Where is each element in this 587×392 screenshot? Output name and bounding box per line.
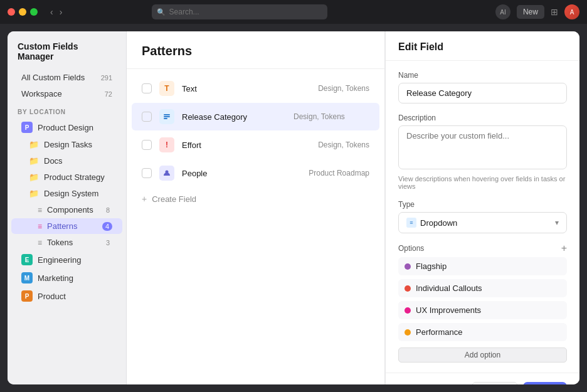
sidebar-item-docs[interactable]: 📁 Docs <box>11 153 122 169</box>
option-item-individual-callouts[interactable]: Individual Callouts <box>398 279 567 297</box>
name-label: Name <box>398 71 567 80</box>
search-bar[interactable]: 🔍 <box>152 4 327 19</box>
sidebar-item-design-tasks[interactable]: 📁 Design Tasks <box>11 137 122 152</box>
traffic-lights <box>8 8 38 16</box>
avatar: A <box>564 4 579 19</box>
list-icon: ≡ <box>38 206 42 215</box>
by-location-label: BY LOCATION <box>8 102 126 118</box>
titlebar: ‹ › 🔍 AI New ⊞ A <box>0 0 587 24</box>
sidebar-item-tokens[interactable]: ≡ Tokens 3 <box>11 235 122 250</box>
svg-rect-0 <box>164 114 170 115</box>
svg-rect-2 <box>164 118 167 119</box>
center-panel: Patterns T Text Design, Tokens <box>127 31 385 384</box>
tokens-list-icon: ≡ <box>38 238 42 247</box>
chevron-down-icon: ▾ <box>555 218 559 227</box>
name-input[interactable] <box>398 83 567 103</box>
description-textarea[interactable] <box>398 125 567 169</box>
patterns-list-icon: ≡ <box>38 222 42 231</box>
app-inner: Custom Fields Manager All Custom Fields … <box>8 31 579 384</box>
options-title: Options <box>398 244 424 253</box>
plus-icon: + <box>142 194 147 204</box>
sidebar-item-marketing[interactable]: M Marketing <box>11 269 122 287</box>
release-field-name: Release Category <box>182 112 286 122</box>
field-row-release-category[interactable]: Release Category Design, Tokens ··· <box>132 103 379 130</box>
sidebar-item-design-system[interactable]: 📁 Design System <box>11 186 122 201</box>
new-button[interactable]: New <box>517 5 544 19</box>
sidebar-item-patterns[interactable]: ≡ Patterns 4 <box>11 218 122 234</box>
engineering-label: Engineering <box>38 255 81 265</box>
sidebar: Custom Fields Manager All Custom Fields … <box>8 31 127 384</box>
people-field-tags: Product Roadmap <box>309 169 369 177</box>
option-item-performance[interactable]: Performance <box>398 323 567 341</box>
back-button[interactable]: ‹ <box>48 6 56 18</box>
sidebar-item-product[interactable]: P Product <box>11 287 122 305</box>
option-item-flagship[interactable]: Flagship <box>398 257 567 275</box>
flagship-label: Flagship <box>416 262 447 271</box>
search-icon: 🔍 <box>157 8 166 16</box>
close-button[interactable] <box>8 8 15 16</box>
main-content: Custom Fields Manager All Custom Fields … <box>0 24 587 392</box>
forward-button[interactable]: › <box>57 6 65 18</box>
options-header: Options + <box>398 243 567 253</box>
svg-rect-1 <box>164 116 170 117</box>
field-checkbox-effort[interactable] <box>142 140 152 150</box>
docs-label: Docs <box>44 156 63 166</box>
add-option-plus-icon[interactable]: + <box>561 243 567 253</box>
description-hint: View descriptions when hovering over fie… <box>398 175 567 190</box>
patterns-count: 4 <box>102 222 112 231</box>
options-section: Options + Flagship Individual Callouts <box>398 243 567 363</box>
sidebar-item-engineering[interactable]: E Engineering <box>11 251 122 268</box>
release-field-icon <box>159 109 174 124</box>
sidebar-item-components[interactable]: ≡ Components 8 <box>11 202 122 218</box>
field-row-text[interactable]: T Text Design, Tokens <box>132 75 379 102</box>
sidebar-item-workspace[interactable]: Workspace 72 <box>11 86 122 102</box>
field-checkbox-release[interactable] <box>142 112 152 122</box>
sidebar-item-all-custom-fields[interactable]: All Custom Fields 291 <box>11 70 122 85</box>
product-label: Product <box>38 292 66 301</box>
nav-arrows: ‹ › <box>48 6 65 18</box>
product-design-label: Product Design <box>38 123 93 132</box>
cancel-button[interactable]: Cancel <box>472 382 518 384</box>
performance-label: Performance <box>416 327 462 337</box>
save-button[interactable]: Save <box>523 382 567 384</box>
edit-panel: Edit Field Name Description View descrip… <box>385 31 579 384</box>
product-badge: P <box>21 290 33 302</box>
effort-field-name: Effort <box>182 140 310 150</box>
name-field-group: Name <box>398 71 567 103</box>
maximize-button[interactable] <box>30 8 38 16</box>
people-field-name: People <box>182 169 301 178</box>
marketing-label: Marketing <box>38 273 73 283</box>
app-window: Custom Fields Manager All Custom Fields … <box>8 31 579 384</box>
option-item-ux-improvements[interactable]: UX Improvements <box>398 301 567 319</box>
add-option-button[interactable]: Add option <box>398 347 567 363</box>
type-select-inner: ≡ Dropdown <box>406 218 457 228</box>
performance-dot <box>405 329 411 336</box>
ai-badge[interactable]: AI <box>495 4 510 19</box>
minimize-button[interactable] <box>19 8 26 16</box>
design-system-label: Design System <box>44 189 98 198</box>
effort-field-icon: ! <box>159 137 174 152</box>
components-label: Components <box>47 205 93 215</box>
titlebar-right: AI New ⊞ A <box>495 4 579 19</box>
type-select[interactable]: ≡ Dropdown ▾ <box>398 212 567 233</box>
individual-callouts-label: Individual Callouts <box>416 283 482 293</box>
folder-icon: 📁 <box>29 140 39 149</box>
field-row-people[interactable]: People Product Roadmap <box>132 159 379 187</box>
search-input[interactable] <box>169 8 322 16</box>
patterns-label: Patterns <box>47 221 77 231</box>
flagship-dot <box>405 263 411 270</box>
components-count: 8 <box>103 206 112 215</box>
product-strategy-label: Product Strategy <box>44 172 105 182</box>
create-field-row[interactable]: + Create Field <box>132 188 379 210</box>
individual-callouts-dot <box>405 285 411 292</box>
field-row-effort[interactable]: ! Effort Design, Tokens <box>132 131 379 159</box>
tokens-label: Tokens <box>47 238 73 247</box>
text-field-icon: T <box>159 81 174 96</box>
field-checkbox-text[interactable] <box>142 83 152 93</box>
edit-panel-body: Name Description View descriptions when … <box>386 61 579 373</box>
sidebar-item-product-design[interactable]: P Product Design <box>11 119 122 136</box>
ux-improvements-label: UX Improvements <box>416 305 481 315</box>
sidebar-item-product-strategy[interactable]: 📁 Product Strategy <box>11 169 122 185</box>
field-checkbox-people[interactable] <box>142 168 152 178</box>
grid-icon[interactable]: ⊞ <box>551 7 558 17</box>
